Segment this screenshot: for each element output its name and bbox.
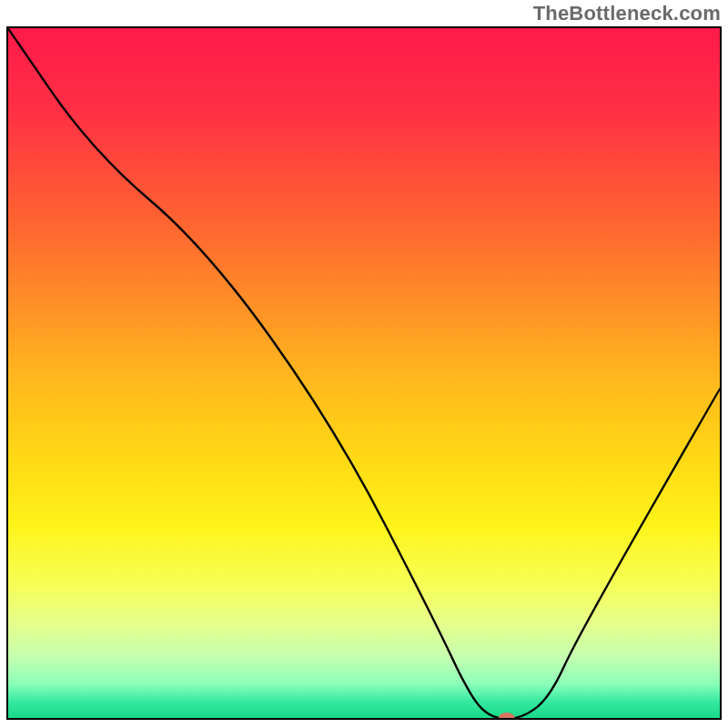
chart-svg (0, 0, 728, 728)
chart-stage: TheBottleneck.com (0, 0, 728, 728)
gradient-background (7, 27, 721, 719)
watermark-text: TheBottleneck.com (533, 2, 721, 25)
plot-area (7, 27, 721, 723)
